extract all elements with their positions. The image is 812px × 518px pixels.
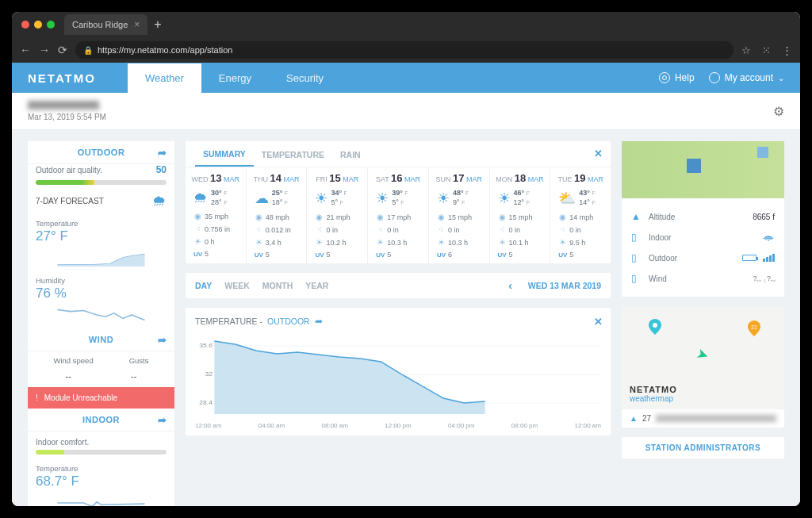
close-window-icon[interactable] xyxy=(21,21,29,29)
account-menu[interactable]: My account ⌄ xyxy=(709,72,784,83)
reload-button[interactable]: ⟳ xyxy=(58,44,67,56)
tab-temperature[interactable]: TEMPERATURE xyxy=(254,150,332,166)
range-month[interactable]: MONTH xyxy=(262,281,293,290)
forecast-sun: ☀3.4 h xyxy=(250,238,304,247)
x-tick: 08:00 am xyxy=(322,422,348,429)
share-icon[interactable]: ➦ xyxy=(315,316,323,327)
nav-tab-weather[interactable]: Weather xyxy=(128,63,201,93)
address-bar[interactable]: 🔒 https://my.netatmo.com/app/station xyxy=(75,41,733,59)
forecast-date: TUE 19 MAR xyxy=(557,172,603,184)
extensions-icon[interactable]: ⁙ xyxy=(762,44,771,56)
menu-icon[interactable]: ⋮ xyxy=(782,44,792,56)
tab-rain[interactable]: RAIN xyxy=(332,150,369,166)
forecast-uv: UV5 xyxy=(493,251,547,259)
rain-dots-icon: ⁖ xyxy=(376,225,385,234)
forecast-rain: ⁖0 in xyxy=(310,225,364,234)
wind-card: WIND ➦ Wind speed Gusts -- -- ! Module U… xyxy=(28,328,174,409)
range-week[interactable]: WEEK xyxy=(224,281,250,290)
window-controls[interactable] xyxy=(21,21,55,29)
dashboard-content: OUTDOOR ➦ Outdoor air quality. 50 7-DAY … xyxy=(12,130,800,506)
nav-tab-energy[interactable]: Energy xyxy=(201,63,269,93)
rain-icon: 🌧 xyxy=(152,193,167,209)
settings-icon[interactable]: ⚙ xyxy=(773,104,784,119)
current-date: WED 13 MAR 2019 xyxy=(528,281,601,290)
share-icon[interactable]: ➦ xyxy=(158,147,167,159)
chart-title: TEMPERATURE - xyxy=(195,317,262,326)
outdoor-module-label: Outdoor xyxy=(649,254,736,263)
weather-icon: ☀ xyxy=(437,190,450,207)
forecast-day[interactable]: SAT 16 MAR ☀ 39° F5° F ◉17 mph ⁖0 in ☀10… xyxy=(368,167,429,263)
minimize-window-icon[interactable] xyxy=(34,21,42,29)
indoor-comfort-label: Indoor comfort. xyxy=(28,432,174,450)
wind-speed-value: -- xyxy=(66,371,71,381)
back-button[interactable]: ← xyxy=(20,44,31,56)
forecast-label: 7-DAY FORECAST xyxy=(36,197,104,205)
share-icon[interactable]: ➦ xyxy=(158,334,167,346)
time-nav: DAY WEEK MONTH YEAR ‹ WED 13 MAR 2019 xyxy=(186,273,611,298)
range-day[interactable]: DAY xyxy=(195,281,212,290)
forecast-wind: ◉15 mph xyxy=(432,213,486,221)
street-map[interactable]: 21 ➤ NETATMO weathermap xyxy=(622,306,784,409)
weather-icon: ☁ xyxy=(255,190,269,207)
forecast-date: WED 13 MAR xyxy=(192,172,239,184)
bookmark-icon[interactable]: ☆ xyxy=(741,44,751,56)
station-bar: Mar 13, 2019 5:54 PM ⚙ xyxy=(12,93,800,130)
person-icon: ▲ xyxy=(630,414,638,423)
forecast-day[interactable]: FRI 15 MAR ☀ 34° F5° F ◉21 mph ⁖0 in ☀10… xyxy=(307,167,368,263)
wind-icon: ◉ xyxy=(193,212,202,221)
satellite-map[interactable] xyxy=(622,141,784,198)
wind-module-icon: ▯ xyxy=(631,273,642,284)
nav-tab-security[interactable]: Security xyxy=(269,63,341,93)
brand-logo[interactable]: NETATMO xyxy=(28,71,96,85)
range-year[interactable]: YEAR xyxy=(305,281,328,290)
forecast-date: THU 14 MAR xyxy=(254,172,300,184)
share-icon[interactable]: ➦ xyxy=(158,414,167,426)
station-name xyxy=(28,101,99,109)
maximize-window-icon[interactable] xyxy=(47,21,55,29)
sun-hours-icon: ☀ xyxy=(558,238,567,247)
forecast-uv: UV5 xyxy=(250,251,304,259)
prev-arrow-icon[interactable]: ‹ xyxy=(508,279,512,292)
signal-icon xyxy=(763,254,775,262)
forecast-day[interactable]: WED 13 MAR 🌧 30° F28° F ◉35 mph ⁖0.756 i… xyxy=(186,167,247,263)
forecast-wind: ◉15 mph xyxy=(493,213,547,221)
x-tick: 08:00 pm xyxy=(511,422,538,429)
alert-text: Module Unreachable xyxy=(44,393,117,402)
close-icon[interactable]: ✕ xyxy=(594,316,603,328)
forecast-wind: ◉35 mph xyxy=(189,212,243,221)
tab-summary[interactable]: SUMMARY xyxy=(195,149,254,167)
indoor-temp-label: Temperature xyxy=(36,464,167,473)
close-tab-icon[interactable]: × xyxy=(134,19,140,30)
browser-tab[interactable]: Caribou Ridge × xyxy=(64,14,147,35)
tab-title: Caribou Ridge xyxy=(72,20,128,29)
forecast-day[interactable]: TUE 19 MAR ⛅ 43° F14° F ◉14 mph ⁖0 in ☀9… xyxy=(550,167,611,263)
station-admins-header[interactable]: STATION ADMINISTRATORS xyxy=(622,437,784,459)
forecast-day[interactable]: SUN 17 MAR ☀ 48° F9° F ◉15 mph ⁖0 in ☀10… xyxy=(429,167,490,263)
svg-text:28.4: 28.4 xyxy=(199,400,213,406)
aq-label: Outdoor air quality. xyxy=(36,166,102,175)
forecast-rain: ⁖0 in xyxy=(493,225,547,234)
wind-module-label: Wind xyxy=(649,274,746,283)
forecast-day[interactable]: THU 14 MAR ☁ 25° F18° F ◉48 mph ⁖0.012 i… xyxy=(247,167,308,263)
help-link[interactable]: Help xyxy=(659,72,695,83)
map-subtitle[interactable]: weathermap xyxy=(630,394,677,403)
forecast-day[interactable]: MON 18 MAR ☀ 46° F12° F ◉15 mph ⁖0 in ☀1… xyxy=(490,167,551,263)
outdoor-temp-spark xyxy=(36,249,167,267)
map-pin-icon: 21 xyxy=(748,320,760,336)
indoor-temp-spark xyxy=(36,494,167,506)
forecast-sun: ☀10.1 h xyxy=(493,238,547,247)
forecast-rain: ⁖0 in xyxy=(553,225,607,234)
chart-segment[interactable]: OUTDOOR xyxy=(267,317,310,326)
x-tick: 12:00 am xyxy=(575,422,601,429)
close-icon[interactable]: ✕ xyxy=(594,148,603,159)
x-tick: 12:00 pm xyxy=(385,422,411,429)
wind-icon: ◉ xyxy=(558,213,567,221)
location-card: ▲ Altitude 8665 f ▯ Indoor ▯ Outdoor xyxy=(622,141,784,297)
wind-gusts-label: Gusts xyxy=(129,356,149,365)
wind-status: ?⎵ ₍?⎵ xyxy=(753,274,775,282)
new-tab-button[interactable]: + xyxy=(154,17,161,32)
x-tick: 12:00 am xyxy=(195,422,221,429)
forecast-row[interactable]: 7-DAY FORECAST 🌧 xyxy=(28,188,174,214)
forward-button[interactable]: → xyxy=(39,44,50,56)
sun-hours-icon: ☀ xyxy=(315,238,324,247)
